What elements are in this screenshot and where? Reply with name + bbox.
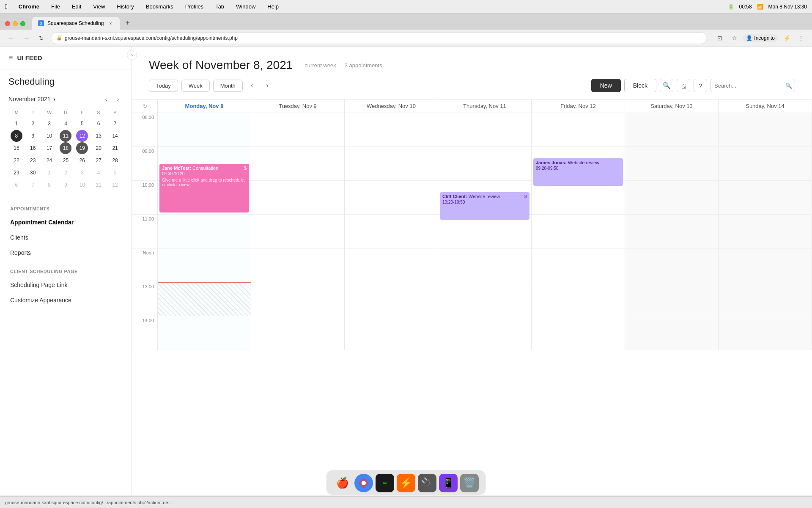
cal-cell-2-2[interactable] <box>345 181 438 215</box>
mini-cal-day-2-6[interactable]: 21 <box>109 142 121 154</box>
mini-cal-day-5-2[interactable]: 8 <box>44 179 55 191</box>
dock-terminal[interactable]: ⌨ <box>376 474 394 492</box>
sidebar-item-reports[interactable]: Reports <box>0 245 132 260</box>
new-tab-btn[interactable]: + <box>121 17 133 29</box>
cal-cell-6-0[interactable] <box>719 113 812 147</box>
history-menu[interactable]: History <box>114 3 136 11</box>
cal-cell-3-5[interactable] <box>438 282 532 316</box>
mini-cal-day-4-4[interactable]: 3 <box>76 167 88 179</box>
cal-cell-0-5[interactable] <box>158 282 251 316</box>
cal-cell-5-0[interactable] <box>625 113 719 147</box>
mini-cal-day-1-5[interactable]: 13 <box>93 130 104 142</box>
mini-cal-day-5-1[interactable]: 7 <box>27 179 39 191</box>
mini-cal-day-2-1[interactable]: 16 <box>27 142 39 154</box>
mini-cal-day-1-6[interactable]: 14 <box>109 130 121 142</box>
cal-cell-0-6[interactable] <box>158 316 251 350</box>
cal-cell-5-3[interactable] <box>625 215 719 248</box>
mini-cal-day-3-4[interactable]: 26 <box>76 155 88 166</box>
mini-cal-day-0-5[interactable]: 6 <box>93 118 104 130</box>
mini-cal-day-4-2[interactable]: 1 <box>44 167 55 179</box>
cal-cell-2-4[interactable] <box>345 248 438 282</box>
cal-cell-6-3[interactable] <box>719 215 812 248</box>
cal-cell-6-5[interactable] <box>719 282 812 316</box>
help-btn[interactable]: ? <box>694 79 707 92</box>
cal-cell-5-1[interactable] <box>625 147 719 181</box>
close-window-btn[interactable] <box>5 21 10 26</box>
mini-cal-day-3-3[interactable]: 25 <box>60 155 71 166</box>
sidebar-item-clients[interactable]: Clients <box>0 230 132 245</box>
cal-cell-1-5[interactable] <box>251 282 345 316</box>
cal-cell-0-1[interactable]: Jane McTest: Consultation $09:30-10:20Gi… <box>158 147 251 181</box>
cal-cell-3-1[interactable] <box>438 147 532 181</box>
sidebar-item-appointment-calendar[interactable]: Appointment Calendar <box>0 215 132 230</box>
cal-cell-5-2[interactable] <box>625 181 719 215</box>
cal-cell-3-6[interactable] <box>438 316 532 350</box>
mini-cal-day-4-5[interactable]: 4 <box>93 167 104 179</box>
cal-cell-4-6[interactable] <box>532 316 625 350</box>
bookmark-btn[interactable]: ☆ <box>728 32 740 44</box>
file-menu[interactable]: File <box>49 3 63 11</box>
mini-cal-day-3-1[interactable]: 23 <box>27 155 39 166</box>
cal-cell-3-0[interactable] <box>438 113 532 147</box>
cal-cell-4-4[interactable] <box>532 248 625 282</box>
new-appointment-btn[interactable]: New <box>591 79 621 92</box>
cal-cell-5-4[interactable] <box>625 248 719 282</box>
cal-cell-1-3[interactable] <box>251 215 345 248</box>
dock-connect[interactable]: 🔌 <box>418 474 436 492</box>
dock-chrome[interactable] <box>354 474 373 492</box>
browser-menu-btn[interactable]: ⋮ <box>795 32 807 44</box>
maximize-window-btn[interactable] <box>20 21 25 26</box>
cal-cell-1-0[interactable] <box>251 113 345 147</box>
dock-bolt[interactable]: ⚡ <box>397 474 415 492</box>
sidebar-item-customize-appearance[interactable]: Customize Appearance <box>0 293 132 308</box>
mini-cal-day-4-1[interactable]: 30 <box>27 167 39 179</box>
cal-cell-3-2[interactable]: Cliff Client: Website review $10:20-10:5… <box>438 181 532 215</box>
sidebar-item-scheduling-page-link[interactable]: Scheduling Page Link <box>0 277 132 293</box>
mini-cal-day-4-6[interactable]: 5 <box>109 167 121 179</box>
cal-cell-5-6[interactable] <box>625 316 719 350</box>
cast-btn[interactable]: ⊡ <box>714 32 726 44</box>
mini-cal-day-5-0[interactable]: 6 <box>11 179 22 191</box>
refresh-btn[interactable]: ↻ <box>36 32 47 44</box>
cal-cell-2-1[interactable] <box>345 147 438 181</box>
cal-cell-1-6[interactable] <box>251 316 345 350</box>
mini-cal-day-3-2[interactable]: 24 <box>44 155 55 166</box>
help-menu[interactable]: Help <box>265 3 281 11</box>
mini-cal-day-2-2[interactable]: 17 <box>44 142 55 154</box>
mini-cal-day-0-1[interactable]: 2 <box>27 118 39 130</box>
cal-cell-4-2[interactable] <box>532 181 625 215</box>
today-btn[interactable]: Today <box>149 80 178 92</box>
month-year-dropdown[interactable]: ▾ <box>53 97 55 102</box>
mini-cal-day-3-0[interactable]: 22 <box>11 155 22 166</box>
mini-cal-day-2-0[interactable]: 15 <box>11 142 22 154</box>
mini-cal-day-0-6[interactable]: 7 <box>109 118 121 130</box>
cal-cell-6-1[interactable] <box>719 147 812 181</box>
mini-cal-day-1-0[interactable]: 8 <box>11 130 22 142</box>
cal-next-btn[interactable]: › <box>261 80 273 91</box>
month-btn[interactable]: Month <box>213 80 243 92</box>
apple-menu[interactable]:  <box>5 3 8 11</box>
mini-cal-day-4-3[interactable]: 2 <box>60 167 71 179</box>
cal-cell-4-5[interactable] <box>532 282 625 316</box>
appointment-cliff-client[interactable]: Cliff Client: Website review $10:20-10:5… <box>440 192 529 220</box>
chrome-menu[interactable]: Chrome <box>16 3 42 11</box>
cal-cell-4-3[interactable] <box>532 215 625 248</box>
dock-finder[interactable]: 🍎 <box>333 474 352 492</box>
dock-trash[interactable]: 🗑️ <box>460 474 479 492</box>
appointment-james-jonas[interactable]: James Jonas: Website review09:20-09:50 <box>533 158 623 186</box>
mini-cal-day-5-6[interactable]: 12 <box>109 179 121 191</box>
zoom-btn[interactable]: 🔍 <box>660 79 673 92</box>
mini-cal-day-0-3[interactable]: 4 <box>60 118 71 130</box>
active-tab[interactable]: S Squarespace Scheduling × <box>32 17 120 30</box>
cal-cell-3-3[interactable] <box>438 215 532 248</box>
mini-cal-day-2-5[interactable]: 20 <box>93 142 104 154</box>
mini-cal-day-5-4[interactable]: 10 <box>76 179 88 191</box>
appointment-jane-mctest[interactable]: Jane McTest: Consultation $09:30-10:20Gi… <box>159 164 249 213</box>
cal-cell-1-2[interactable] <box>251 181 345 215</box>
forward-btn[interactable]: → <box>20 32 32 44</box>
print-btn[interactable]: 🖨 <box>677 79 690 92</box>
cal-cell-4-1[interactable]: James Jonas: Website review09:20-09:50 <box>532 147 625 181</box>
cal-cell-2-6[interactable] <box>345 316 438 350</box>
block-btn[interactable]: Block <box>624 79 656 92</box>
mini-cal-day-2-4[interactable]: 19 <box>76 142 88 154</box>
